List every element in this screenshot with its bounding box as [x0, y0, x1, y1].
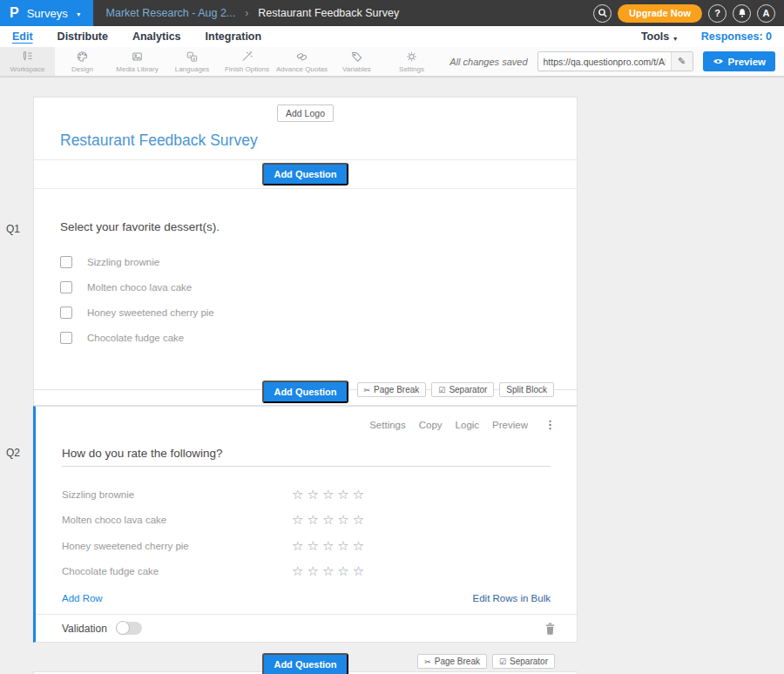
- search-icon: [598, 8, 608, 18]
- page-break-button[interactable]: ✂Page Break: [357, 382, 427, 397]
- surveys-menu-label: Surveys: [27, 7, 68, 20]
- design-icon: [75, 50, 90, 64]
- validation-toggle[interactable]: [116, 622, 142, 635]
- bell-icon: [737, 8, 747, 18]
- tab-distribute[interactable]: Distribute: [57, 30, 108, 43]
- edit-rows-in-bulk-link[interactable]: Edit Rows in Bulk: [473, 593, 551, 603]
- question-settings-link[interactable]: Settings: [369, 420, 406, 430]
- option-label[interactable]: Chocolate fudge cake: [87, 333, 184, 343]
- survey-title[interactable]: Restaurant Feedback Survey: [60, 131, 258, 149]
- q1-label: Q1: [6, 223, 20, 235]
- scissors-icon: ✂: [424, 657, 431, 666]
- pencil-icon: ✎: [678, 56, 686, 67]
- separator-button[interactable]: ☑Separator: [431, 382, 494, 397]
- surveys-menu[interactable]: P Surveys ▼: [0, 0, 93, 26]
- delete-question-button[interactable]: [544, 622, 556, 636]
- subnav-right: Tools ▼ Responses: 0: [641, 30, 784, 43]
- question-2-block[interactable]: Settings Copy Logic Preview ⋮ How do you…: [33, 406, 578, 643]
- finish-options-icon: [240, 50, 254, 64]
- toolbar-item-variables[interactable]: Variables: [329, 47, 384, 76]
- add-question-button-bottom[interactable]: Add Question: [262, 653, 348, 674]
- survey-editor-canvas: Q1 Q2 Add Logo Restaurant Feedback Surve…: [0, 78, 784, 674]
- question-1[interactable]: Select your favorite dessert(s). Sizzlin…: [34, 189, 577, 350]
- checkbox[interactable]: [60, 307, 72, 319]
- questionpro-logo: P: [10, 5, 19, 21]
- advance-quotas-icon: [294, 50, 309, 64]
- add-logo-button[interactable]: Add Logo: [277, 104, 334, 122]
- tab-edit[interactable]: Edit: [12, 30, 33, 43]
- toolbar-item-advance-quotas[interactable]: Advance Quotas: [274, 47, 329, 76]
- toolbar-item-label: Settings: [399, 65, 424, 73]
- tab-integration[interactable]: Integration: [206, 30, 262, 43]
- question-logic-link[interactable]: Logic: [456, 420, 480, 430]
- toolbar-item-finish-options[interactable]: Finish Options: [220, 47, 274, 76]
- upgrade-now-button[interactable]: Upgrade Now: [618, 4, 702, 23]
- languages-icon: xA: [185, 50, 199, 64]
- toolbar-item-label: Finish Options: [225, 65, 269, 73]
- split-block-button[interactable]: Split Block: [499, 382, 554, 397]
- tab-analytics[interactable]: Analytics: [132, 30, 181, 43]
- toolbar-right: All changes saved ✎ Preview: [449, 47, 784, 76]
- responses-count[interactable]: Responses: 0: [701, 30, 772, 43]
- breadcrumb: Market Research - Aug 2... › Restaurant …: [106, 7, 400, 19]
- add-row-link[interactable]: Add Row: [62, 593, 103, 603]
- question-copy-link[interactable]: Copy: [419, 420, 443, 430]
- survey-url-group: ✎: [537, 51, 693, 71]
- checkbox[interactable]: [60, 281, 72, 293]
- toolbar-item-label: Media Library: [116, 65, 158, 73]
- preview-button[interactable]: Preview: [703, 51, 775, 71]
- edit-url-button[interactable]: ✎: [671, 52, 693, 71]
- option-label[interactable]: Molten choco lava cake: [87, 282, 192, 293]
- option-label[interactable]: Sizzling brownie: [87, 257, 159, 267]
- rating-row: Chocolate fudge cake ☆☆☆☆☆: [62, 559, 551, 585]
- star-rating[interactable]: ☆☆☆☆☆: [292, 512, 368, 528]
- trash-icon: [544, 622, 556, 636]
- rating-row-label[interactable]: Sizzling brownie: [62, 489, 292, 500]
- separator-button[interactable]: ☑Separator: [492, 654, 555, 669]
- toolbar-item-workspace[interactable]: Workspace: [0, 47, 55, 76]
- star-rating[interactable]: ☆☆☆☆☆: [292, 563, 368, 579]
- option-row: Sizzling brownie: [60, 249, 551, 274]
- bottom-strip: Add Question ✂Page Break ☑Separator: [33, 653, 578, 670]
- star-rating[interactable]: ☆☆☆☆☆: [292, 487, 368, 502]
- checkbox[interactable]: [60, 332, 72, 344]
- question-preview-link[interactable]: Preview: [492, 420, 528, 430]
- toolbar-item-languages[interactable]: xA Languages: [165, 47, 220, 76]
- search-button[interactable]: [593, 4, 612, 23]
- settings-icon: [404, 50, 419, 64]
- question-1-text[interactable]: Select your favorite dessert(s).: [60, 220, 551, 233]
- avatar[interactable]: A: [757, 4, 775, 23]
- question-2-menu: Settings Copy Logic Preview ⋮: [36, 407, 577, 431]
- toolbar-item-design[interactable]: Design: [55, 47, 110, 76]
- chevron-down-icon: ▼: [672, 36, 679, 42]
- option-row: Chocolate fudge cake: [60, 325, 551, 350]
- survey-block-1: Add Logo Restaurant Feedback Survey Add …: [33, 97, 578, 406]
- toolbar-item-settings[interactable]: Settings: [384, 47, 439, 76]
- question-2-text-field[interactable]: How do you rate the following?: [62, 445, 551, 467]
- add-question-button-top[interactable]: Add Question: [262, 163, 348, 185]
- page-break-button[interactable]: ✂Page Break: [417, 654, 487, 669]
- option-row: Molten choco lava cake: [60, 274, 551, 300]
- option-row: Honey sweetened cherry pie: [60, 300, 551, 325]
- option-label[interactable]: Honey sweetened cherry pie: [87, 307, 214, 318]
- help-button[interactable]: ?: [708, 4, 727, 23]
- scissors-icon: ✂: [364, 386, 371, 394]
- toolbar-item-media-library[interactable]: Media Library: [110, 47, 165, 76]
- survey-title-row[interactable]: Restaurant Feedback Survey: [34, 122, 577, 160]
- rating-row-label[interactable]: Molten choco lava cake: [62, 515, 292, 525]
- rating-row: Molten choco lava cake ☆☆☆☆☆: [62, 508, 551, 534]
- star-rating[interactable]: ☆☆☆☆☆: [292, 538, 368, 554]
- add-question-button-mid[interactable]: Add Question: [262, 381, 348, 403]
- question-2-text[interactable]: How do you rate the following?: [62, 447, 223, 460]
- more-options-icon[interactable]: ⋮: [544, 418, 556, 431]
- toolbar-item-label: Design: [71, 65, 93, 73]
- tools-menu[interactable]: Tools ▼: [641, 30, 679, 43]
- notifications-button[interactable]: [733, 4, 751, 23]
- q2-label: Q2: [6, 447, 20, 459]
- rating-row-label[interactable]: Chocolate fudge cake: [62, 566, 292, 576]
- breadcrumb-folder[interactable]: Market Research - Aug 2...: [106, 7, 236, 19]
- checkbox[interactable]: [60, 256, 72, 268]
- rating-rows: Sizzling brownie ☆☆☆☆☆ Molten choco lava…: [36, 482, 577, 584]
- rating-row-label[interactable]: Honey sweetened cherry pie: [62, 541, 292, 551]
- survey-url-input[interactable]: [538, 52, 671, 71]
